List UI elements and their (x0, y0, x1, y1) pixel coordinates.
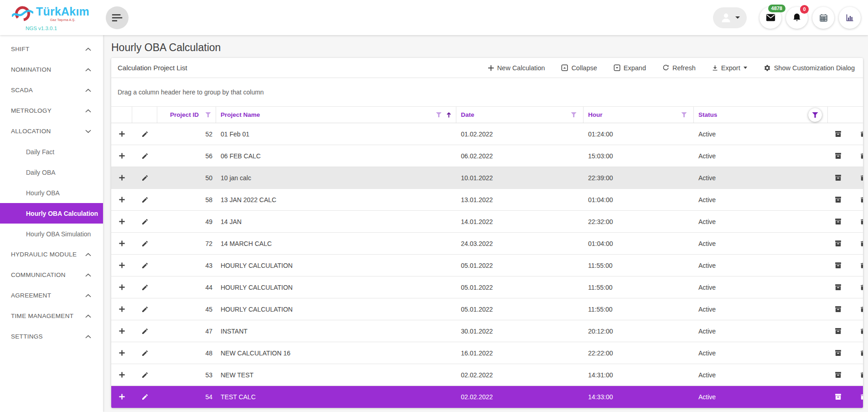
edit-row-button[interactable] (141, 262, 149, 269)
archive-row-button[interactable] (834, 130, 842, 138)
archive-row-button[interactable] (834, 305, 842, 313)
archive-row-button[interactable] (834, 261, 842, 269)
sidebar-item[interactable]: AGREEMENT (0, 285, 103, 306)
show-customization-dialog-button[interactable]: Show Customization Dialog (764, 64, 855, 72)
table-row[interactable]: 58 13 JAN 2022 CALC 13.01.2022 01:04:00 … (111, 189, 863, 211)
expand-row-button[interactable] (119, 328, 125, 334)
expand-row-button[interactable] (119, 174, 125, 181)
notifications-button[interactable]: 0 (786, 7, 808, 29)
sidebar-item[interactable]: Hourly OBA Calculation (0, 203, 103, 224)
mail-button[interactable]: 4878 (760, 7, 781, 29)
edit-row-button[interactable] (141, 174, 149, 182)
expand-row-button[interactable] (119, 262, 125, 269)
header-status[interactable]: Status (694, 107, 828, 123)
sidebar-item[interactable]: Hourly OBA (0, 183, 103, 203)
collapse-button[interactable]: Collapse (561, 64, 597, 72)
archive-row-button[interactable] (834, 174, 842, 182)
sidebar-item[interactable]: METROLOGY (0, 100, 103, 121)
archive-row-button[interactable] (834, 152, 842, 160)
export-button[interactable]: Export (712, 64, 747, 72)
delete-row-button[interactable] (859, 130, 863, 138)
archive-row-button[interactable] (834, 327, 842, 335)
user-menu-button[interactable] (713, 7, 747, 28)
filter-icon[interactable] (571, 112, 577, 118)
filter-icon[interactable] (205, 112, 211, 118)
menu-button[interactable] (106, 6, 129, 29)
delete-row-button[interactable] (859, 393, 863, 401)
group-panel[interactable]: Drag a column header here to group by th… (111, 78, 863, 106)
expand-row-button[interactable] (119, 371, 125, 378)
table-row[interactable]: 45 HOURLY CALCULATION 05.01.2022 11:55:0… (111, 298, 863, 320)
sidebar-item[interactable]: NOMINATION (0, 59, 103, 80)
delete-row-button[interactable] (859, 240, 863, 247)
delete-row-button[interactable] (859, 196, 863, 203)
table-row[interactable]: 54 TEST CALC 02.02.2022 14:33:00 Active (111, 386, 863, 408)
sidebar-item[interactable]: ALLOCATION (0, 121, 103, 141)
expand-row-button[interactable] (119, 196, 125, 203)
edit-row-button[interactable] (141, 240, 149, 247)
sidebar-item[interactable]: COMMUNICATION (0, 265, 103, 285)
sidebar-item[interactable]: HYDRAULIC MODULE (0, 244, 103, 265)
expand-row-button[interactable] (119, 152, 125, 159)
header-hour[interactable]: Hour (584, 107, 694, 123)
edit-row-button[interactable] (141, 284, 149, 291)
table-row[interactable]: 52 01 Feb 01 01.02.2022 01:24:00 Active (111, 123, 863, 145)
edit-row-button[interactable] (141, 393, 149, 401)
table-row[interactable]: 48 NEW CALCULATION 16 16.01.2022 22:22:0… (111, 342, 863, 364)
table-row[interactable]: 43 HOURLY CALCULATION 05.01.2022 11:55:0… (111, 255, 863, 276)
delete-row-button[interactable] (859, 152, 863, 160)
edit-row-button[interactable] (141, 306, 149, 313)
filter-icon[interactable] (681, 112, 687, 118)
table-row[interactable]: 56 06 FEB CALC 06.02.2022 15:03:00 Activ… (111, 145, 863, 167)
header-project-id[interactable]: Project ID (157, 107, 216, 123)
table-row[interactable]: 44 HOURLY CALCULATION 05.01.2022 11:55:0… (111, 276, 863, 298)
sidebar-item[interactable]: Hourly OBA Simulation (0, 224, 103, 244)
edit-row-button[interactable] (141, 371, 149, 379)
header-project-name[interactable]: Project Name (216, 107, 456, 123)
expand-row-button[interactable] (119, 284, 125, 291)
archive-row-button[interactable] (834, 240, 842, 247)
archive-row-button[interactable] (834, 371, 842, 379)
filter-icon[interactable] (436, 112, 442, 118)
sidebar-item[interactable]: SETTINGS (0, 326, 103, 347)
delete-row-button[interactable] (859, 218, 863, 225)
sidebar-item[interactable]: SHIFT (0, 39, 103, 59)
archive-row-button[interactable] (834, 196, 842, 203)
expand-row-button[interactable] (119, 306, 125, 313)
table-row[interactable]: 49 14 JAN 14.01.2022 22:32:00 Active (111, 211, 863, 233)
new-calculation-button[interactable]: New Calculation (488, 64, 545, 72)
delete-row-button[interactable] (859, 262, 863, 269)
edit-row-button[interactable] (141, 328, 149, 335)
archive-row-button[interactable] (834, 393, 842, 401)
calendar-button[interactable] (812, 7, 834, 29)
delete-row-button[interactable] (859, 349, 863, 357)
expand-button[interactable]: Expand (614, 64, 646, 72)
archive-row-button[interactable] (834, 218, 842, 225)
edit-row-button[interactable] (141, 152, 149, 160)
delete-row-button[interactable] (859, 306, 863, 313)
delete-row-button[interactable] (859, 174, 863, 182)
expand-row-button[interactable] (119, 130, 125, 137)
edit-row-button[interactable] (141, 130, 149, 138)
reports-button[interactable] (839, 7, 861, 29)
expand-row-button[interactable] (119, 240, 125, 247)
sidebar-item[interactable]: Daily Fact (0, 141, 103, 162)
header-date[interactable]: Date (456, 107, 584, 123)
refresh-button[interactable]: Refresh (662, 64, 696, 72)
edit-row-button[interactable] (141, 218, 149, 225)
active-filter-button[interactable] (808, 108, 822, 122)
table-row[interactable]: 53 NEW TEST 02.02.2022 14:31:00 Active (111, 364, 863, 386)
delete-row-button[interactable] (859, 284, 863, 291)
delete-row-button[interactable] (859, 371, 863, 379)
expand-row-button[interactable] (119, 393, 125, 400)
sidebar-item[interactable]: SCADA (0, 80, 103, 100)
sidebar-item[interactable]: TIME MANAGEMENT (0, 306, 103, 326)
sidebar-item[interactable]: Daily OBA (0, 162, 103, 183)
delete-row-button[interactable] (859, 328, 863, 335)
archive-row-button[interactable] (834, 349, 842, 357)
table-row[interactable]: 72 14 MARCH CALC 24.03.2022 01:04:00 Act… (111, 233, 863, 255)
expand-row-button[interactable] (119, 349, 125, 356)
archive-row-button[interactable] (834, 283, 842, 291)
expand-row-button[interactable] (119, 218, 125, 225)
table-row[interactable]: 50 10 jan calc 10.01.2022 22:39:00 Activ… (111, 167, 863, 189)
